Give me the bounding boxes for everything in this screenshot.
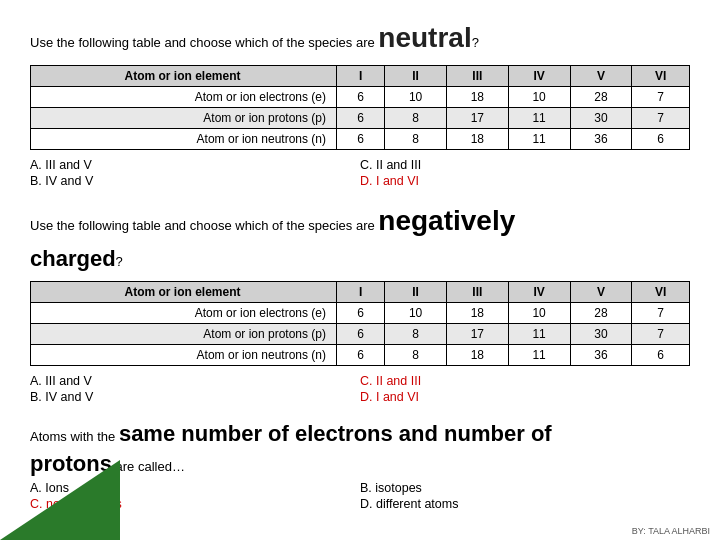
- table1-row2-6: 7: [632, 108, 690, 129]
- bottom-big1: same number of electrons and number of: [119, 421, 552, 446]
- table1-row1-2: 10: [385, 87, 447, 108]
- question2-keyword: negatively: [378, 205, 515, 236]
- answer1-B: B. IV and V: [30, 174, 360, 188]
- table2-header-2: II: [385, 282, 447, 303]
- answer2-D: D. I and VI: [360, 390, 690, 404]
- table1-row3-3: 18: [446, 129, 508, 150]
- table2-row3-0: Atom or ion neutrons (n): [31, 345, 337, 366]
- table1-row2-3: 17: [446, 108, 508, 129]
- table1-row3-5: 36: [570, 129, 632, 150]
- table1-row1-0: Atom or ion electrons (e): [31, 87, 337, 108]
- table2-header-3: III: [446, 282, 508, 303]
- table1-row3-4: 11: [508, 129, 570, 150]
- protons-line: protons are called…: [30, 451, 690, 477]
- green-triangle-decoration: [0, 460, 120, 540]
- answer1-D: D. I and VI: [360, 174, 690, 188]
- table1-row1-3: 18: [446, 87, 508, 108]
- answer2-A: A. III and V: [30, 374, 360, 388]
- table2: Atom or ion element I II III IV V VI Ato…: [30, 281, 690, 366]
- table2-header-5: V: [570, 282, 632, 303]
- bottom-answer-D: D. different atoms: [360, 497, 690, 511]
- question1-prefix: Use the following table and choose which…: [30, 35, 375, 50]
- answers1: A. III and V B. IV and V C. II and III D…: [30, 158, 690, 190]
- bottom-suffix: are called…: [116, 459, 185, 474]
- table1-row2-2: 8: [385, 108, 447, 129]
- table2-row1-2: 10: [385, 303, 447, 324]
- question2-prefix: Use the following table and choose which…: [30, 218, 375, 233]
- question2-suffix: ?: [116, 254, 123, 269]
- question2-header: Use the following table and choose which…: [30, 200, 690, 275]
- table2-row2-2: 8: [385, 324, 447, 345]
- table2-row2-6: 7: [632, 324, 690, 345]
- table1-row1-6: 7: [632, 87, 690, 108]
- answer2-C: C. II and III: [360, 374, 690, 388]
- table1-header-6: VI: [632, 66, 690, 87]
- question2-keyword2: charged: [30, 246, 116, 271]
- table2-row3-1: 6: [337, 345, 385, 366]
- table1-row1-4: 10: [508, 87, 570, 108]
- table2-row3-4: 11: [508, 345, 570, 366]
- bottom-section: Atoms with the same number of electrons …: [30, 416, 690, 477]
- table1-header-3: III: [446, 66, 508, 87]
- footer-text: BY: TALA ALHARBI: [632, 526, 710, 536]
- table2-row2-0: Atom or ion protons (p): [31, 324, 337, 345]
- table1-row2-1: 6: [337, 108, 385, 129]
- table1-row3-1: 6: [337, 129, 385, 150]
- table1-header-2: II: [385, 66, 447, 87]
- table1-row3-0: Atom or ion neutrons (n): [31, 129, 337, 150]
- table1: Atom or ion element I II III IV V VI Ato…: [30, 65, 690, 150]
- table2-row2-5: 30: [570, 324, 632, 345]
- answers1-left: A. III and V B. IV and V: [30, 158, 360, 190]
- table1-header-5: V: [570, 66, 632, 87]
- question1-keyword: neutral: [378, 22, 471, 53]
- table2-row3-6: 6: [632, 345, 690, 366]
- table2-row1-0: Atom or ion electrons (e): [31, 303, 337, 324]
- table2-row2-4: 11: [508, 324, 570, 345]
- bottom-prefix: Atoms with the: [30, 429, 115, 444]
- table2-row3-2: 8: [385, 345, 447, 366]
- table1-row3-6: 6: [632, 129, 690, 150]
- table1-row1-5: 28: [570, 87, 632, 108]
- table2-row2-1: 6: [337, 324, 385, 345]
- question1-suffix: ?: [472, 35, 479, 50]
- table2-row1-3: 18: [446, 303, 508, 324]
- table2-row1-4: 10: [508, 303, 570, 324]
- bottom-answer-col-right: B. isotopes D. different atoms: [360, 481, 690, 513]
- table2-row2-3: 17: [446, 324, 508, 345]
- table1-header-4: IV: [508, 66, 570, 87]
- answer1-C: C. II and III: [360, 158, 690, 172]
- table2-header-4: IV: [508, 282, 570, 303]
- table1-header-0: Atom or ion element: [31, 66, 337, 87]
- table1-row2-4: 11: [508, 108, 570, 129]
- table2-row1-1: 6: [337, 303, 385, 324]
- answers2-right: C. II and III D. I and VI: [360, 374, 690, 406]
- table2-row1-5: 28: [570, 303, 632, 324]
- table2-row1-6: 7: [632, 303, 690, 324]
- bottom-answers: A. Ions C. neutral atoms B. isotopes D. …: [30, 481, 690, 513]
- bottom-answer-B: B. isotopes: [360, 481, 690, 495]
- question1-header: Use the following table and choose which…: [30, 18, 690, 57]
- answers1-right: C. II and III D. I and VI: [360, 158, 690, 190]
- table1-row1-1: 6: [337, 87, 385, 108]
- table2-row3-5: 36: [570, 345, 632, 366]
- table2-header-6: VI: [632, 282, 690, 303]
- table2-header-1: I: [337, 282, 385, 303]
- answers2-left: A. III and V B. IV and V: [30, 374, 360, 406]
- answers2: A. III and V B. IV and V C. II and III D…: [30, 374, 690, 406]
- table2-header-0: Atom or ion element: [31, 282, 337, 303]
- answer2-B: B. IV and V: [30, 390, 360, 404]
- table1-row3-2: 8: [385, 129, 447, 150]
- same-number-line: Atoms with the same number of electrons …: [30, 416, 690, 451]
- table1-row2-0: Atom or ion protons (p): [31, 108, 337, 129]
- table1-row2-5: 30: [570, 108, 632, 129]
- table2-row3-3: 18: [446, 345, 508, 366]
- table1-header-1: I: [337, 66, 385, 87]
- answer1-A: A. III and V: [30, 158, 360, 172]
